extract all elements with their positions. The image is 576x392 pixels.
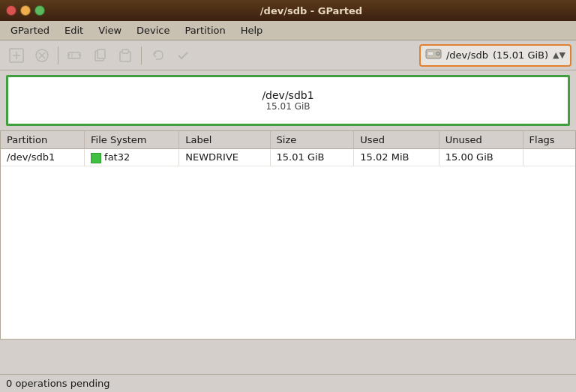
table-row[interactable]: /dev/sdb1 fat32 NEWDRIVE 15.01 GiB 15.02… xyxy=(1,149,575,166)
menubar: GParted Edit View Device Partition Help xyxy=(0,21,576,40)
window-controls xyxy=(6,5,45,16)
col-flags: Flags xyxy=(523,131,575,149)
col-used: Used xyxy=(354,131,439,149)
copy-button[interactable] xyxy=(88,43,112,67)
partition-visual-size: 15.01 GiB xyxy=(266,101,310,112)
device-dropdown-arrow: ▲▼ xyxy=(553,50,566,60)
partition-visual-label: /dev/sdb1 xyxy=(262,89,314,101)
partition-block: /dev/sdb1 15.01 GiB xyxy=(262,89,314,112)
disk-visualization: /dev/sdb1 15.01 GiB xyxy=(6,75,570,126)
cell-size: 15.01 GiB xyxy=(270,149,354,166)
menu-help[interactable]: Help xyxy=(233,23,271,37)
cell-flags xyxy=(523,149,575,166)
device-selector[interactable]: /dev/sdb (15.01 GiB) ▲▼ xyxy=(419,44,572,67)
status-text: 0 operations pending xyxy=(6,378,110,389)
device-path: /dev/sdb xyxy=(446,49,488,61)
svg-rect-11 xyxy=(122,49,128,53)
menu-edit[interactable]: Edit xyxy=(57,23,91,37)
device-disk-icon xyxy=(425,46,442,64)
separator-1 xyxy=(58,46,58,64)
col-label: Label xyxy=(179,131,270,149)
close-button[interactable] xyxy=(6,5,16,16)
svg-rect-6 xyxy=(68,52,80,58)
table-header-row: Partition File System Label Size Used Un… xyxy=(1,131,575,149)
svg-rect-13 xyxy=(428,52,434,55)
titlebar: /dev/sdb - GParted xyxy=(0,0,576,21)
toolbar: /dev/sdb (15.01 GiB) ▲▼ xyxy=(0,40,576,70)
col-filesystem: File System xyxy=(85,131,179,149)
separator-2 xyxy=(141,46,142,64)
cell-filesystem: fat32 xyxy=(85,149,179,166)
statusbar: 0 operations pending xyxy=(0,374,576,392)
new-partition-button[interactable] xyxy=(4,43,28,67)
cell-partition: /dev/sdb1 xyxy=(1,149,85,166)
delete-button[interactable] xyxy=(30,43,54,67)
minimize-button[interactable] xyxy=(20,5,31,16)
menu-device[interactable]: Device xyxy=(129,23,177,37)
resize-button[interactable] xyxy=(62,43,86,67)
maximize-button[interactable] xyxy=(34,5,45,16)
svg-point-15 xyxy=(437,52,439,54)
paste-button[interactable] xyxy=(113,43,137,67)
col-unused: Unused xyxy=(439,131,523,149)
svg-rect-9 xyxy=(98,49,105,58)
undo-button[interactable] xyxy=(146,43,170,67)
window-title: /dev/sdb - GParted xyxy=(52,5,570,16)
col-partition: Partition xyxy=(1,131,85,149)
empty-content-area xyxy=(1,166,575,339)
main-content: Partition File System Label Size Used Un… xyxy=(0,130,576,340)
menu-partition[interactable]: Partition xyxy=(178,23,233,37)
fs-color-indicator xyxy=(91,153,101,163)
device-size: (15.01 GiB) xyxy=(493,49,548,61)
cell-unused: 15.00 GiB xyxy=(439,149,523,166)
cell-label: NEWDRIVE xyxy=(179,149,270,166)
partition-table: Partition File System Label Size Used Un… xyxy=(1,131,575,166)
menu-gparted[interactable]: GParted xyxy=(3,23,57,37)
col-size: Size xyxy=(270,131,354,149)
cell-used: 15.02 MiB xyxy=(354,149,439,166)
apply-button[interactable] xyxy=(171,43,195,67)
menu-view[interactable]: View xyxy=(91,23,129,37)
